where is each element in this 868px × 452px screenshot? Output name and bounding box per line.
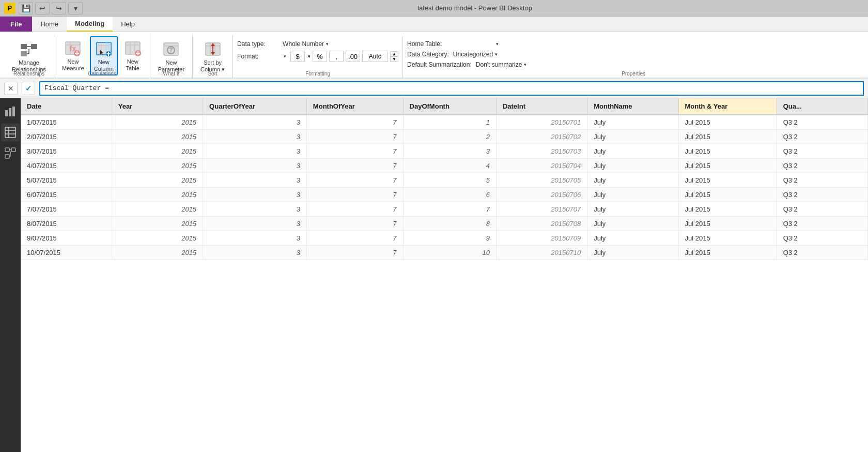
cell-qua: Q3 2 <box>777 159 867 173</box>
col-header-dayofmonth[interactable]: DayOfMonth <box>403 98 496 115</box>
ribbon-group-whatif: ? NewParameter What If <box>150 35 193 78</box>
ribbon-group-calculations: fx NewMeasure <box>54 34 150 78</box>
menu-item-modeling[interactable]: Modeling <box>67 17 113 32</box>
cell-year: 2015 <box>112 231 203 246</box>
formula-cancel-button[interactable]: ✕ <box>4 82 18 95</box>
ribbon-group-formatting: Data type: Whole Number ▾ Format: ▾ $ ▾ … <box>233 36 403 78</box>
cell-quarterofyear: 3 <box>203 231 307 246</box>
hometable-label: Home Table: <box>407 40 448 48</box>
col-header-dateint[interactable]: DateInt <box>496 98 587 115</box>
summarization-chevron-icon: ▾ <box>524 62 526 67</box>
sidebar-icon-data[interactable] <box>1 123 20 142</box>
col-header-quarterofyear[interactable]: QuarterOfYear <box>203 98 307 115</box>
table-row: 7/07/2015201537720150707JulyJul 2015Q3 2 <box>21 202 868 217</box>
comma-button[interactable]: , <box>329 51 344 62</box>
menu-item-help[interactable]: Help <box>113 17 143 32</box>
col-header-monthofyear[interactable]: MonthOfYear <box>306 98 403 115</box>
svg-rect-42 <box>12 107 15 116</box>
cell-monthandyear: Jul 2015 <box>678 202 777 217</box>
cell-monthandyear: Jul 2015 <box>678 144 777 159</box>
new-column-icon <box>95 39 113 58</box>
formula-confirm-button[interactable]: ✓ <box>22 82 35 95</box>
menu-item-file[interactable]: File <box>0 17 32 32</box>
table-header-row: Date Year QuarterOfYear MonthOfYear DayO… <box>21 98 868 115</box>
spinner-down-button[interactable]: ▼ <box>390 56 398 62</box>
cell-monthandyear: Jul 2015 <box>678 246 777 260</box>
ribbon: ManageRelationships Relationships fx <box>0 32 868 79</box>
sidebar-icon-model[interactable] <box>1 144 20 162</box>
col-header-date[interactable]: Date <box>21 98 112 115</box>
percent-button[interactable]: % <box>313 51 327 62</box>
datacategory-dropdown[interactable]: Uncategorized ▾ <box>453 51 498 58</box>
new-measure-button[interactable]: fx NewMeasure <box>58 36 88 74</box>
spinner-up-button[interactable]: ▲ <box>390 51 398 56</box>
sidebar-icon-report[interactable] <box>1 102 20 121</box>
cell-qua: Q3 2 <box>777 144 867 159</box>
new-parameter-button[interactable]: ? NewParameter <box>154 37 188 76</box>
svg-rect-41 <box>9 108 11 116</box>
undo-button[interactable]: ↩ <box>35 2 50 14</box>
svg-rect-47 <box>5 148 9 152</box>
redo-button[interactable]: ↪ <box>52 2 66 14</box>
manage-relationships-icon <box>20 40 38 58</box>
menu-item-home[interactable]: Home <box>32 17 67 32</box>
datatype-value: Whole Number <box>283 40 324 48</box>
cell-quarterofyear: 3 <box>203 188 307 202</box>
cell-dayofmonth: 9 <box>403 231 496 246</box>
new-column-button[interactable]: NewColumn <box>90 36 118 76</box>
cell-monthofyear: 7 <box>306 188 403 202</box>
table-row: 6/07/2015201537620150706JulyJul 2015Q3 2 <box>21 188 868 202</box>
left-sidebar <box>0 98 21 452</box>
summarization-dropdown[interactable]: Don't summarize ▾ <box>476 61 527 68</box>
currency-chevron-icon: ▾ <box>308 54 311 59</box>
cell-dayofmonth: 7 <box>403 202 496 217</box>
datatype-dropdown[interactable]: Whole Number ▾ <box>283 40 329 48</box>
new-parameter-icon: ? <box>162 40 180 58</box>
hometable-row: Home Table: ▾ <box>407 40 860 48</box>
format-input[interactable] <box>362 51 388 62</box>
format-chevron-icon: ▾ <box>284 54 286 59</box>
formula-input[interactable] <box>39 81 864 96</box>
cell-year: 2015 <box>112 115 203 130</box>
col-header-monthandyear[interactable]: Month & Year <box>678 98 777 115</box>
new-table-button[interactable]: NewTable <box>120 36 146 74</box>
cell-dateint: 20150704 <box>496 159 587 173</box>
cell-dateint: 20150707 <box>496 202 587 217</box>
manage-relationships-button[interactable]: ManageRelationships <box>8 37 50 76</box>
cell-quarterofyear: 3 <box>203 115 307 130</box>
currency-button[interactable]: $ <box>290 51 305 62</box>
cell-date: 2/07/2015 <box>21 130 112 144</box>
sort-group-label: Sort <box>193 71 233 77</box>
relationships-group-label: Relationships <box>4 71 54 77</box>
cell-dateint: 20150703 <box>496 144 587 159</box>
col-header-monthname[interactable]: MonthName <box>587 98 678 115</box>
cell-monthname: July <box>587 173 678 188</box>
col-header-year[interactable]: Year <box>112 98 203 115</box>
sort-by-column-button[interactable]: Sort byColumn ▾ <box>197 37 228 76</box>
new-table-icon <box>123 39 142 57</box>
new-measure-label: NewMeasure <box>62 58 84 72</box>
format-controls: $ ▾ % , .00 ▲ ▼ <box>290 51 398 62</box>
table-row: 10/07/20152015371020150710JulyJul 2015Q3… <box>21 246 868 260</box>
table-row: 9/07/2015201537920150709JulyJul 2015Q3 2 <box>21 231 868 246</box>
svg-rect-49 <box>5 155 9 158</box>
cell-monthname: July <box>587 231 678 246</box>
save-button[interactable]: 💾 <box>19 2 33 14</box>
cell-monthofyear: 7 <box>306 202 403 217</box>
hometable-dropdown[interactable]: ▾ <box>453 41 499 47</box>
cell-year: 2015 <box>112 173 203 188</box>
decimal-button[interactable]: .00 <box>346 51 360 62</box>
cell-dateint: 20150710 <box>496 246 587 260</box>
cell-monthofyear: 7 <box>306 115 403 130</box>
quick-access-dropdown[interactable]: ▾ <box>68 2 83 14</box>
table-row: 8/07/2015201537820150708JulyJul 2015Q3 2 <box>21 217 868 231</box>
cell-quarterofyear: 3 <box>203 159 307 173</box>
title-bar-actions: 💾 ↩ ↪ ▾ <box>19 2 83 14</box>
table-row: 2/07/2015201537220150702JulyJul 2015Q3 2 <box>21 130 868 144</box>
cell-dayofmonth: 4 <box>403 159 496 173</box>
format-dropdown[interactable]: ▾ <box>283 54 286 59</box>
svg-rect-0 <box>21 44 27 49</box>
menu-bar: File Home Modeling Help <box>0 17 868 32</box>
cell-year: 2015 <box>112 144 203 159</box>
col-header-qua[interactable]: Qua... <box>777 98 867 115</box>
